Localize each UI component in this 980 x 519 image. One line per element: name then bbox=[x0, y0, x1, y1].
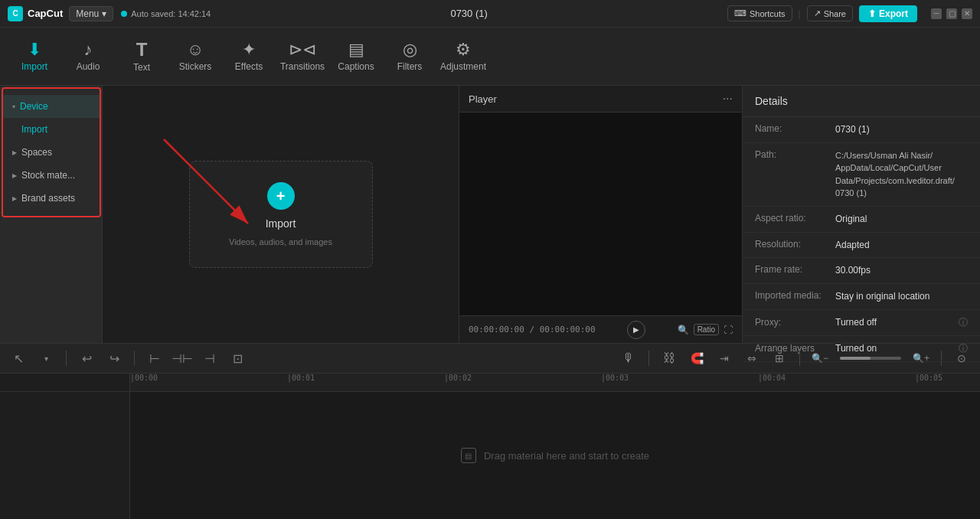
settings-button[interactable]: ⊙ bbox=[951, 348, 972, 369]
player-time: 00:00:00:00 / 00:00:00:00 bbox=[469, 325, 596, 335]
toolbar-captions[interactable]: ▤ Captions bbox=[329, 31, 383, 83]
toolbar-import-label: Import bbox=[21, 61, 47, 72]
sidebar-device-label: Device bbox=[20, 101, 48, 112]
shortcuts-label: Shortcuts bbox=[750, 9, 785, 18]
link-button[interactable]: ⛓ bbox=[658, 348, 680, 369]
redo-button[interactable]: ↪ bbox=[103, 348, 125, 369]
zoom-icon[interactable]: 🔍 bbox=[678, 325, 689, 335]
keyboard-icon: ⌨ bbox=[734, 8, 746, 18]
toolbar-filters[interactable]: ◎ Filters bbox=[383, 31, 436, 83]
share-button[interactable]: ↗ Share bbox=[807, 5, 853, 21]
maximize-button[interactable]: ▢ bbox=[946, 8, 957, 19]
player-controls-right: 🔍 Ratio ⛶ bbox=[678, 324, 733, 335]
details-row-aspect: Aspect ratio: Original bbox=[743, 207, 980, 233]
toolbar-text[interactable]: T Text bbox=[115, 31, 168, 83]
details-row-imported: Imported media: Stay in original locatio… bbox=[743, 284, 980, 310]
close-button[interactable]: ✕ bbox=[962, 8, 972, 19]
import-box[interactable]: + Import Videos, audios, and images bbox=[189, 161, 373, 268]
sidebar-item-brand[interactable]: ▶ Brand assets bbox=[3, 187, 100, 210]
window-controls: ─ ▢ ✕ bbox=[931, 8, 972, 19]
export-label: Export bbox=[879, 8, 908, 19]
player-menu-icon[interactable]: ··· bbox=[723, 92, 733, 106]
menu-chevron-icon: ▾ bbox=[102, 8, 106, 19]
grid-button[interactable]: ⊞ bbox=[769, 348, 790, 369]
text-icon: T bbox=[136, 41, 148, 59]
microphone-button[interactable]: 🎙 bbox=[618, 348, 639, 369]
titlebar: C CapCut Menu ▾ Auto saved: 14:42:14 073… bbox=[0, 0, 980, 28]
details-val-arrange: Turned on bbox=[835, 342, 951, 355]
stickers-icon: ☺ bbox=[187, 41, 204, 58]
zoom-in-icon[interactable]: 🔍+ bbox=[910, 348, 932, 369]
player-time-sep: / bbox=[529, 325, 539, 335]
selection-tool-button[interactable]: ↖ bbox=[8, 348, 29, 369]
ruler-mark-1: |00:01 bbox=[287, 374, 315, 382]
sidebar-item-device[interactable]: ▾ Device bbox=[3, 95, 100, 118]
player-title: Player bbox=[469, 93, 497, 105]
split-end-button[interactable]: ⊣ bbox=[199, 348, 220, 369]
shortcuts-button[interactable]: ⌨ Shortcuts bbox=[727, 5, 792, 21]
align-button[interactable]: ⇔ bbox=[741, 348, 763, 369]
fullscreen-icon[interactable]: ⛶ bbox=[724, 325, 733, 335]
toolbar-text-label: Text bbox=[133, 62, 150, 73]
split-start-button[interactable]: ⊢ bbox=[144, 348, 165, 369]
player-header: Player ··· bbox=[459, 86, 742, 113]
main-toolbar: ⬇ Import ♪ Audio T Text ☺ Stickers ✦ Eff… bbox=[0, 28, 980, 86]
sidebar-item-spaces[interactable]: ▶ Spaces bbox=[3, 141, 100, 164]
ratio-button[interactable]: Ratio bbox=[694, 324, 719, 335]
magnet-button[interactable]: 🧲 bbox=[686, 348, 707, 369]
toolbar-transitions[interactable]: ⊳⊲ Transitions bbox=[276, 31, 329, 83]
details-val-framerate: 30.00fps bbox=[835, 264, 968, 277]
undo-button[interactable]: ↩ bbox=[76, 348, 97, 369]
ruler-mark-5: |00:05 bbox=[915, 374, 942, 382]
details-key-imported: Imported media: bbox=[755, 290, 828, 301]
toolbar-filters-label: Filters bbox=[397, 61, 423, 72]
export-button[interactable]: ⬆ Export bbox=[859, 5, 917, 22]
app-logo-icon: C bbox=[8, 6, 23, 21]
app-name: CapCut bbox=[28, 8, 63, 19]
toolbar-audio-label: Audio bbox=[77, 61, 100, 72]
sidebar-item-import[interactable]: Import bbox=[3, 118, 100, 141]
sidebar-item-stock[interactable]: ▶ Stock mate... bbox=[3, 164, 100, 187]
snap-button[interactable]: ⇥ bbox=[714, 348, 735, 369]
minimize-button[interactable]: ─ bbox=[931, 8, 942, 19]
details-row-framerate: Frame rate: 30.00fps bbox=[743, 258, 980, 284]
zoom-out-icon[interactable]: 🔍− bbox=[809, 348, 831, 369]
crop-button[interactable]: ⊡ bbox=[227, 348, 248, 369]
timeline-left-bar bbox=[0, 392, 130, 519]
share-icon: ↗ bbox=[814, 8, 821, 18]
sidebar-spaces-label: Spaces bbox=[21, 147, 52, 158]
import-box-sublabel: Videos, audios, and images bbox=[229, 237, 332, 246]
audio-icon: ♪ bbox=[84, 41, 93, 58]
menu-label: Menu bbox=[76, 8, 99, 19]
details-key-path: Path: bbox=[755, 149, 828, 160]
menu-button[interactable]: Menu ▾ bbox=[69, 6, 113, 21]
main-content: ▾ Device Import ▶ Spaces ▶ Stock mate...… bbox=[0, 86, 980, 343]
zoom-slider[interactable] bbox=[840, 357, 901, 360]
ruler-mark-3: |00:03 bbox=[601, 374, 629, 382]
ruler-mark-2: |00:02 bbox=[444, 374, 472, 382]
toolbar-stickers[interactable]: ☺ Stickers bbox=[168, 31, 222, 83]
toolbar-separator-2 bbox=[134, 351, 135, 366]
selection-dropdown-button[interactable]: ▾ bbox=[35, 348, 57, 369]
app-logo: C CapCut bbox=[8, 6, 63, 21]
details-key-proxy: Proxy: bbox=[755, 317, 828, 328]
play-button[interactable]: ▶ bbox=[627, 321, 645, 339]
player-time-total: 00:00:00:00 bbox=[540, 325, 596, 335]
arrow-icon-stock: ▶ bbox=[12, 172, 17, 179]
toolbar-import[interactable]: ⬇ Import bbox=[8, 31, 61, 83]
toolbar-adjustment[interactable]: ⚙ Adjustment bbox=[436, 31, 490, 83]
toolbar-separator-5 bbox=[941, 351, 942, 366]
details-val-proxy: Turned off bbox=[835, 316, 951, 329]
autosave-dot-icon bbox=[121, 11, 127, 17]
details-key-resolution: Resolution: bbox=[755, 239, 828, 250]
toolbar-effects[interactable]: ✦ Effects bbox=[222, 31, 276, 83]
split-button[interactable]: ⊣⊢ bbox=[172, 348, 193, 369]
sidebar-stock-label: Stock mate... bbox=[21, 170, 75, 181]
toolbar-audio[interactable]: ♪ Audio bbox=[61, 31, 115, 83]
proxy-info-icon[interactable]: ⓘ bbox=[959, 316, 968, 329]
import-box-label: Import bbox=[266, 217, 296, 230]
ruler-mark-0: |00:00 bbox=[130, 374, 158, 382]
filters-icon: ◎ bbox=[403, 41, 417, 58]
toolbar-effects-label: Effects bbox=[235, 61, 263, 72]
drag-hint: ▤ Drag material here and start to create bbox=[461, 448, 649, 463]
